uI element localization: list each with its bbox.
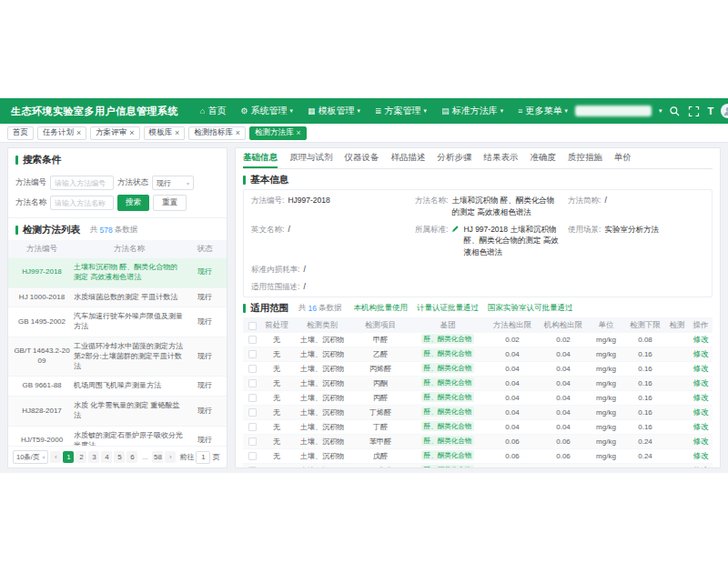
group-tag: 醛、酮类化合物 [421,465,475,467]
edit-row-link[interactable]: 修改 [687,422,713,433]
method-status-select[interactable]: 现行 ▾ [152,176,194,190]
close-icon[interactable]: × [76,129,81,137]
method-name-input[interactable] [50,196,114,210]
view-tab[interactable]: 检测指标库 × [188,126,246,140]
page-button[interactable]: 6 [126,451,137,463]
row-checkbox[interactable] [248,350,257,358]
edit-icon[interactable] [451,225,460,233]
detail-tab[interactable]: 样品描述 [391,148,426,168]
batch-action-link[interactable]: 本机构批量使用 [353,303,408,314]
method-code-input[interactable] [50,176,114,190]
method-limit-cell: 0.06 [487,437,538,446]
font-size-icon[interactable]: T [707,106,713,116]
view-tab[interactable]: 任务计划 × [37,126,86,140]
row-checkbox[interactable] [248,365,257,373]
row-checkbox[interactable] [248,336,257,344]
detail-tab[interactable]: 质控措施 [568,148,602,168]
group-tag: 醛、酮类化合物 [421,377,475,387]
nav-item[interactable]: ▦ 模板管理 ▾ [300,98,368,124]
column-header: 检测下限 [623,320,667,331]
detail-tab[interactable]: 分析步骤 [438,148,472,168]
group-cell: 醛、酮类化合物 [409,465,487,467]
detail-tab[interactable]: 仪器设备 [345,148,379,168]
row-checkbox[interactable] [248,452,257,460]
batch-action-link[interactable]: 国家实验室认可批量通过 [488,303,573,314]
column-header: 方法编号 [14,244,70,255]
page-button[interactable]: 1 [63,451,74,463]
category-cell: 土壤、沉积物 [292,364,352,374]
edit-row-link[interactable]: 修改 [687,407,713,418]
scope-row: 无 土壤、沉积物 丙酮 醛、酮类化合物 0.04 0.04 mg/kg 0.16… [243,377,713,391]
nav-item[interactable]: ≣ 方案管理 ▾ [368,98,434,124]
method-row[interactable]: GB/T 14643.2-2009 工业循环冷却水中菌藻的测定方法第2部分:土壤… [8,337,227,377]
view-tab[interactable]: 检测方法库 × [249,126,307,140]
edit-row-link[interactable]: 修改 [687,378,713,389]
page-button[interactable]: ... [139,451,150,463]
category-cell: 土壤、沉积物 [292,407,352,417]
page-button[interactable]: 3 [88,451,99,463]
nav-item[interactable]: ⚙ 系统管理 ▾ [233,98,300,124]
edit-row-link[interactable]: 修改 [687,451,713,462]
method-row[interactable]: HJ997-2018 土壤和沉积物 醛、酮类化合物的测定 高效液相色谱法 现行 [8,258,227,288]
nav-item[interactable]: ⌂ 首页 ▾ [193,98,233,124]
edit-row-link[interactable]: 修改 [687,393,713,404]
pretreatment-cell: 无 [261,422,292,432]
field-value: 土壤和沉积物 醛、酮类化合物的测定 高效液相色谱法 [451,195,559,218]
section-accent-bar [243,176,246,185]
row-checkbox[interactable] [248,423,257,431]
avatar[interactable] [721,104,728,118]
close-icon[interactable]: × [175,129,179,137]
detail-tab[interactable]: 结果表示 [484,148,519,168]
row-checkbox[interactable] [248,379,257,387]
row-checkbox[interactable] [248,394,257,402]
method-row[interactable]: HJ 1000-2018 水质细菌总数的测定 平皿计数法 现行 [8,288,227,308]
goto-page-input[interactable] [196,451,210,464]
close-icon[interactable]: × [129,129,134,137]
method-limit-cell: 0.04 [487,379,538,387]
page-button[interactable]: 5 [114,451,125,463]
page-button[interactable]: 58 [152,451,163,463]
method-row[interactable]: HJ/T59-2000 水质铍的测定石墨炉原子吸收分光光度法 现行 [8,427,227,446]
detail-tab[interactable]: 基础信息 [243,148,278,168]
edit-row-link[interactable]: 修改 [687,335,713,346]
method-row[interactable]: HJ828-2017 水质 化学需氧量的测定 重铬酸盐法 现行 [8,397,227,427]
search-button[interactable]: 搜索 [117,195,149,211]
main-nav: ⌂ 首页 ▾ ⚙ 系统管理 ▾ ▦ 模板管理 ▾ [193,98,575,124]
view-tab[interactable]: 首页 × [7,126,34,140]
edit-row-link[interactable]: 修改 [687,364,713,375]
item-cell: 正戊醛 [352,466,409,467]
field-label: 使用场景: [568,224,601,236]
detail-tab[interactable]: 原理与试剂 [289,148,333,168]
close-icon[interactable]: × [297,129,301,137]
search-icon[interactable] [669,106,681,117]
edit-row-link[interactable]: 修改 [687,437,713,447]
field-label: 方法编号: [251,195,284,206]
detail-tab[interactable]: 准确度 [531,148,557,168]
next-page-button[interactable]: › [165,451,176,463]
scope-row: 无 土壤、沉积物 苯甲醛 醛、酮类化合物 0.06 0.06 mg/kg 0.2… [243,435,713,449]
edit-row-link[interactable]: 修改 [687,466,713,467]
reset-button[interactable]: 重置 [153,195,187,211]
view-tab[interactable]: 方案评审 × [90,126,139,140]
view-tab[interactable]: 模板库 × [144,126,186,140]
chevron-down-icon: ▾ [424,107,428,115]
method-row[interactable]: GB 1495-2002 汽车加速行驶车外噪声限值及测量方法 现行 [8,307,227,337]
fullscreen-icon[interactable] [688,106,700,117]
method-row[interactable]: GB 9661-88 机场周围飞机噪声测量方法 现行 [8,377,227,397]
row-checkbox[interactable] [248,408,257,417]
detail-tab[interactable]: 单价 [614,148,632,168]
prev-page-button[interactable]: ‹ [50,451,61,463]
nav-item[interactable]: ≡ 更多菜单 ▾ [511,98,575,124]
method-name: 机场周围飞机噪声测量方法 [74,381,185,391]
row-checkbox[interactable] [248,437,257,446]
row-checkbox[interactable] [248,467,257,467]
close-icon[interactable]: × [236,129,240,137]
page-button[interactable]: 4 [101,451,112,463]
page-size-select[interactable]: 10条/页 ▾ [13,450,48,464]
batch-action-link[interactable]: 计量认证批量通过 [417,303,479,314]
edit-row-link[interactable]: 修改 [687,349,713,360]
method-limit-cell: 0.06 [487,467,538,467]
select-all-checkbox[interactable] [248,322,257,330]
nav-item[interactable]: ▤ 标准方法库 ▾ [434,98,511,124]
page-button[interactable]: 2 [76,451,86,463]
